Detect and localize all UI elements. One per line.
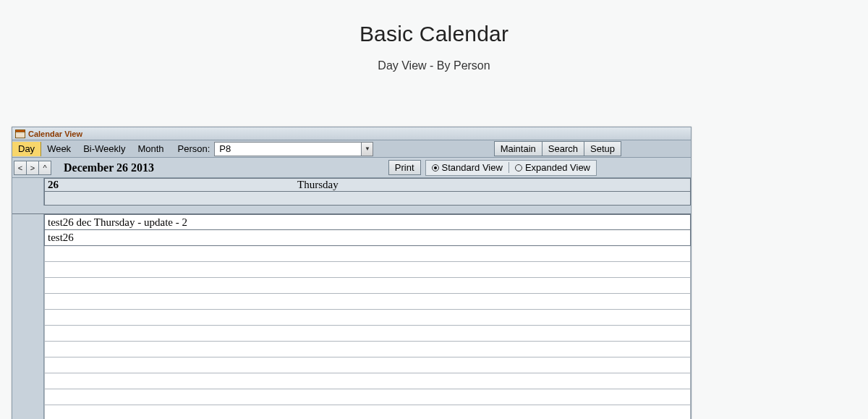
maintain-button[interactable]: Maintain xyxy=(494,141,542,156)
tab-day[interactable]: Day xyxy=(12,142,41,156)
print-view-group: Print Standard View Expanded View xyxy=(388,160,597,176)
event-item[interactable]: test26 dec Thursday - update - 2 xyxy=(44,214,691,230)
empty-slot[interactable] xyxy=(44,278,691,294)
person-label: Person: xyxy=(171,142,213,156)
dropdown-icon[interactable]: ▼ xyxy=(361,143,373,156)
empty-slot[interactable] xyxy=(44,246,691,262)
event-list: test26 dec Thursday - update - 2 test26 xyxy=(44,214,691,419)
expanded-view-radio[interactable]: Expanded View xyxy=(509,162,596,173)
empty-slot[interactable] xyxy=(44,326,691,342)
setup-button[interactable]: Setup xyxy=(584,141,621,156)
section-spacer xyxy=(12,206,691,214)
tab-biweekly[interactable]: Bi-Weekly xyxy=(77,142,132,156)
day-number: 26 xyxy=(45,179,59,191)
current-date: December 26 2013 xyxy=(64,161,154,174)
view-tabs-row: Day Week Bi-Weekly Month Person: P8 ▼ Ma… xyxy=(12,140,691,158)
empty-slot[interactable] xyxy=(44,405,691,419)
up-button[interactable]: ^ xyxy=(38,161,51,175)
allday-row[interactable] xyxy=(44,192,691,206)
date-nav-row: < > ^ December 26 2013 Print Standard Vi… xyxy=(12,158,691,178)
radio-icon xyxy=(432,164,439,172)
empty-slot[interactable] xyxy=(44,262,691,278)
empty-slot[interactable] xyxy=(44,294,691,310)
window-icon xyxy=(15,130,25,138)
day-column: 26 Thursday test26 dec Thursday - update… xyxy=(44,178,691,419)
tab-week[interactable]: Week xyxy=(41,142,77,156)
view-mode-group: Standard View Expanded View xyxy=(425,160,597,176)
standard-view-label: Standard View xyxy=(442,162,503,173)
event-item[interactable]: test26 xyxy=(44,230,691,246)
page-title: Basic Calendar xyxy=(0,22,868,46)
empty-slot[interactable] xyxy=(44,357,691,373)
standard-view-radio[interactable]: Standard View xyxy=(426,162,509,173)
tab-month[interactable]: Month xyxy=(132,142,170,156)
page-subtitle: Day View - By Person xyxy=(0,59,868,72)
window-title: Calendar View xyxy=(28,130,82,138)
person-select[interactable]: P8 ▼ xyxy=(214,142,373,156)
person-value: P8 xyxy=(215,143,361,154)
svg-rect-1 xyxy=(16,130,25,132)
radio-icon xyxy=(515,164,522,172)
title-bar: Calendar View xyxy=(12,127,691,140)
empty-slot[interactable] xyxy=(44,342,691,357)
next-button[interactable]: > xyxy=(26,161,39,175)
right-action-buttons: Maintain Search Setup xyxy=(495,141,621,156)
empty-slot[interactable] xyxy=(44,389,691,405)
empty-slot[interactable] xyxy=(44,373,691,389)
prev-button[interactable]: < xyxy=(14,161,27,175)
page-header: Basic Calendar Day View - By Person xyxy=(0,0,868,72)
day-header: 26 Thursday xyxy=(44,178,691,192)
search-button[interactable]: Search xyxy=(542,141,584,156)
calendar-grid: 26 Thursday test26 dec Thursday - update… xyxy=(12,178,691,419)
day-name: Thursday xyxy=(297,179,339,191)
empty-slot[interactable] xyxy=(44,310,691,326)
print-button[interactable]: Print xyxy=(388,160,421,175)
expanded-view-label: Expanded View xyxy=(525,162,590,173)
calendar-window: Calendar View Day Week Bi-Weekly Month P… xyxy=(12,127,692,419)
